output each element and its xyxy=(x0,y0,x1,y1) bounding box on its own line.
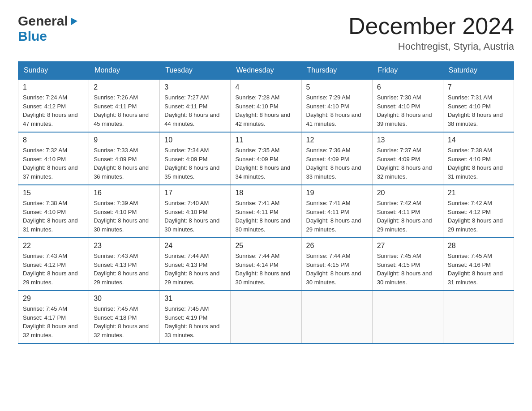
table-row: 25 Sunrise: 7:44 AM Sunset: 4:14 PM Dayl… xyxy=(231,238,301,291)
day-number: 5 xyxy=(306,83,368,91)
day-info: Sunrise: 7:35 AM Sunset: 4:09 PM Dayligh… xyxy=(235,146,296,181)
day-number: 20 xyxy=(377,189,438,197)
day-number: 2 xyxy=(94,83,155,91)
table-row: 10 Sunrise: 7:34 AM Sunset: 4:09 PM Dayl… xyxy=(160,132,231,185)
table-row: 5 Sunrise: 7:29 AM Sunset: 4:10 PM Dayli… xyxy=(301,79,372,132)
month-title: December 2024 xyxy=(348,13,514,39)
header-saturday: Saturday xyxy=(443,62,514,80)
calendar-week-2: 8 Sunrise: 7:32 AM Sunset: 4:10 PM Dayli… xyxy=(18,132,514,185)
logo-general: General xyxy=(18,13,68,29)
header: General Blue December 2024 Hochtregist, … xyxy=(18,13,514,52)
day-number: 11 xyxy=(235,136,296,144)
day-number: 26 xyxy=(306,242,368,250)
calendar-week-4: 22 Sunrise: 7:43 AM Sunset: 4:12 PM Dayl… xyxy=(18,238,514,291)
day-info: Sunrise: 7:38 AM Sunset: 4:10 PM Dayligh… xyxy=(448,146,509,181)
day-info: Sunrise: 7:45 AM Sunset: 4:15 PM Dayligh… xyxy=(377,252,438,287)
day-info: Sunrise: 7:32 AM Sunset: 4:10 PM Dayligh… xyxy=(23,146,84,181)
table-row: 30 Sunrise: 7:45 AM Sunset: 4:18 PM Dayl… xyxy=(89,291,160,343)
day-number: 14 xyxy=(448,136,509,144)
location-title: Hochtregist, Styria, Austria xyxy=(348,41,514,52)
table-row: 24 Sunrise: 7:44 AM Sunset: 4:13 PM Dayl… xyxy=(160,238,231,291)
title-area: December 2024 Hochtregist, Styria, Austr… xyxy=(348,13,514,52)
calendar-week-3: 15 Sunrise: 7:38 AM Sunset: 4:10 PM Dayl… xyxy=(18,185,514,238)
header-tuesday: Tuesday xyxy=(160,62,231,80)
day-number: 21 xyxy=(448,189,509,197)
table-row: 3 Sunrise: 7:27 AM Sunset: 4:11 PM Dayli… xyxy=(160,79,231,132)
day-number: 1 xyxy=(23,83,84,91)
day-number: 19 xyxy=(306,189,368,197)
table-row: 16 Sunrise: 7:39 AM Sunset: 4:10 PM Dayl… xyxy=(89,185,160,238)
table-row: 19 Sunrise: 7:41 AM Sunset: 4:11 PM Dayl… xyxy=(301,185,372,238)
day-info: Sunrise: 7:45 AM Sunset: 4:18 PM Dayligh… xyxy=(94,304,155,339)
day-number: 17 xyxy=(164,189,226,197)
day-info: Sunrise: 7:41 AM Sunset: 4:11 PM Dayligh… xyxy=(235,199,296,234)
day-number: 25 xyxy=(235,242,296,250)
day-info: Sunrise: 7:42 AM Sunset: 4:12 PM Dayligh… xyxy=(448,199,509,234)
table-row: 14 Sunrise: 7:38 AM Sunset: 4:10 PM Dayl… xyxy=(443,132,514,185)
day-info: Sunrise: 7:39 AM Sunset: 4:10 PM Dayligh… xyxy=(94,199,155,234)
day-info: Sunrise: 7:30 AM Sunset: 4:10 PM Dayligh… xyxy=(377,93,438,128)
logo: General Blue xyxy=(18,13,79,44)
day-info: Sunrise: 7:24 AM Sunset: 4:12 PM Dayligh… xyxy=(23,93,84,128)
table-row: 13 Sunrise: 7:37 AM Sunset: 4:09 PM Dayl… xyxy=(372,132,443,185)
day-info: Sunrise: 7:38 AM Sunset: 4:10 PM Dayligh… xyxy=(23,199,84,234)
day-number: 30 xyxy=(94,295,155,303)
calendar-week-1: 1 Sunrise: 7:24 AM Sunset: 4:12 PM Dayli… xyxy=(18,79,514,132)
table-row: 18 Sunrise: 7:41 AM Sunset: 4:11 PM Dayl… xyxy=(231,185,301,238)
day-number: 4 xyxy=(235,83,296,91)
table-row: 22 Sunrise: 7:43 AM Sunset: 4:12 PM Dayl… xyxy=(18,238,89,291)
table-row: 15 Sunrise: 7:38 AM Sunset: 4:10 PM Dayl… xyxy=(18,185,89,238)
table-row: 4 Sunrise: 7:28 AM Sunset: 4:10 PM Dayli… xyxy=(231,79,301,132)
day-info: Sunrise: 7:31 AM Sunset: 4:10 PM Dayligh… xyxy=(448,93,509,128)
logo-triangle-icon xyxy=(69,16,79,28)
day-info: Sunrise: 7:43 AM Sunset: 4:13 PM Dayligh… xyxy=(94,252,155,287)
table-row: 2 Sunrise: 7:26 AM Sunset: 4:11 PM Dayli… xyxy=(89,79,160,132)
table-row: 1 Sunrise: 7:24 AM Sunset: 4:12 PM Dayli… xyxy=(18,79,89,132)
day-number: 3 xyxy=(164,83,226,91)
day-number: 18 xyxy=(235,189,296,197)
day-number: 29 xyxy=(23,295,84,303)
table-row: 27 Sunrise: 7:45 AM Sunset: 4:15 PM Dayl… xyxy=(372,238,443,291)
day-number: 6 xyxy=(377,83,438,91)
day-number: 12 xyxy=(306,136,368,144)
day-info: Sunrise: 7:45 AM Sunset: 4:16 PM Dayligh… xyxy=(448,252,509,287)
calendar-header-row: Sunday Monday Tuesday Wednesday Thursday… xyxy=(18,62,514,80)
day-number: 27 xyxy=(377,242,438,250)
table-row: 28 Sunrise: 7:45 AM Sunset: 4:16 PM Dayl… xyxy=(443,238,514,291)
day-info: Sunrise: 7:43 AM Sunset: 4:12 PM Dayligh… xyxy=(23,252,84,287)
day-number: 10 xyxy=(164,136,226,144)
day-number: 7 xyxy=(448,83,509,91)
day-info: Sunrise: 7:41 AM Sunset: 4:11 PM Dayligh… xyxy=(306,199,368,234)
table-row: 20 Sunrise: 7:42 AM Sunset: 4:11 PM Dayl… xyxy=(372,185,443,238)
header-thursday: Thursday xyxy=(301,62,372,80)
table-row: 8 Sunrise: 7:32 AM Sunset: 4:10 PM Dayli… xyxy=(18,132,89,185)
day-info: Sunrise: 7:27 AM Sunset: 4:11 PM Dayligh… xyxy=(164,93,226,128)
table-row: 29 Sunrise: 7:45 AM Sunset: 4:17 PM Dayl… xyxy=(18,291,89,343)
day-info: Sunrise: 7:36 AM Sunset: 4:09 PM Dayligh… xyxy=(306,146,368,181)
day-info: Sunrise: 7:40 AM Sunset: 4:10 PM Dayligh… xyxy=(164,199,226,234)
table-row xyxy=(301,291,372,343)
day-number: 22 xyxy=(23,242,84,250)
header-wednesday: Wednesday xyxy=(231,62,301,80)
table-row xyxy=(231,291,301,343)
day-info: Sunrise: 7:42 AM Sunset: 4:11 PM Dayligh… xyxy=(377,199,438,234)
day-info: Sunrise: 7:33 AM Sunset: 4:09 PM Dayligh… xyxy=(94,146,155,181)
day-number: 31 xyxy=(164,295,226,303)
svg-marker-0 xyxy=(71,18,77,25)
day-info: Sunrise: 7:44 AM Sunset: 4:14 PM Dayligh… xyxy=(235,252,296,287)
table-row: 6 Sunrise: 7:30 AM Sunset: 4:10 PM Dayli… xyxy=(372,79,443,132)
day-number: 13 xyxy=(377,136,438,144)
day-number: 23 xyxy=(94,242,155,250)
day-info: Sunrise: 7:45 AM Sunset: 4:17 PM Dayligh… xyxy=(23,304,84,339)
header-sunday: Sunday xyxy=(18,62,89,80)
table-row: 9 Sunrise: 7:33 AM Sunset: 4:09 PM Dayli… xyxy=(89,132,160,185)
day-number: 15 xyxy=(23,189,84,197)
table-row: 7 Sunrise: 7:31 AM Sunset: 4:10 PM Dayli… xyxy=(443,79,514,132)
calendar-week-5: 29 Sunrise: 7:45 AM Sunset: 4:17 PM Dayl… xyxy=(18,291,514,343)
header-friday: Friday xyxy=(372,62,443,80)
day-info: Sunrise: 7:44 AM Sunset: 4:15 PM Dayligh… xyxy=(306,252,368,287)
table-row: 26 Sunrise: 7:44 AM Sunset: 4:15 PM Dayl… xyxy=(301,238,372,291)
table-row xyxy=(372,291,443,343)
table-row: 31 Sunrise: 7:45 AM Sunset: 4:19 PM Dayl… xyxy=(160,291,231,343)
day-info: Sunrise: 7:45 AM Sunset: 4:19 PM Dayligh… xyxy=(164,304,226,339)
